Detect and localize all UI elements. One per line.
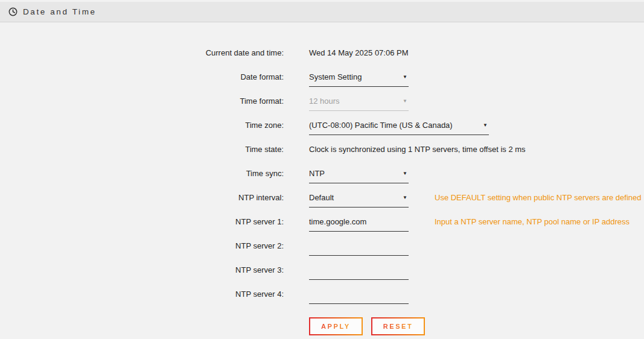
time-zone-select[interactable]: (UTC-08:00) Pacific Time (US & Canada) ▼ (309, 121, 489, 135)
time-format-value: 12 hours (309, 97, 340, 106)
row-time-sync: Time sync: NTP ▼ (0, 161, 644, 185)
ntp-server-1-input[interactable] (309, 217, 409, 232)
time-format-label: Time format: (0, 97, 284, 106)
reset-button-label: RESET (383, 323, 413, 330)
apply-button-label: APPLY (321, 323, 351, 330)
chevron-down-icon: ▼ (403, 195, 409, 200)
row-time-format: Time format: 12 hours ▼ (0, 89, 644, 113)
ntp-server-3-label: NTP server 3: (0, 265, 284, 274)
row-ntp-interval: NTP interval: Default ▼ Use DEFAULT sett… (0, 185, 644, 209)
date-format-value: System Setting (309, 72, 362, 81)
clock-icon (8, 7, 18, 16)
page-header: Date and Time (0, 2, 644, 22)
time-sync-label: Time sync: (0, 169, 284, 178)
ntp-server-2-label: NTP server 2: (0, 241, 284, 250)
form-actions: APPLY RESET (309, 317, 644, 335)
chevron-down-icon: ▼ (403, 98, 409, 104)
ntp-server-1-hint: Input a NTP server name, NTP pool name o… (435, 217, 630, 226)
chevron-down-icon: ▼ (483, 122, 489, 128)
time-sync-value: NTP (309, 169, 325, 178)
time-state-label: Time state: (0, 145, 284, 154)
ntp-server-1-label: NTP server 1: (0, 217, 284, 226)
chevron-down-icon: ▼ (403, 171, 409, 176)
current-date-time-label: Current date and time: (0, 48, 284, 57)
time-format-select: 12 hours ▼ (309, 97, 409, 111)
apply-button[interactable]: APPLY (309, 317, 363, 335)
ntp-interval-value: Default (309, 193, 334, 202)
row-date-format: Date format: System Setting ▼ (0, 65, 644, 89)
row-ntp-server-3: NTP server 3: (0, 258, 644, 282)
page-title: Date and Time (23, 7, 97, 16)
ntp-interval-select[interactable]: Default ▼ (309, 193, 409, 208)
date-format-label: Date format: (0, 72, 284, 81)
row-ntp-server-4: NTP server 4: (0, 282, 644, 306)
row-time-state: Time state: Clock is synchronized using … (0, 137, 644, 161)
row-ntp-server-2: NTP server 2: (0, 233, 644, 258)
date-time-form: Current date and time: Wed 14 May 2025 0… (0, 22, 644, 335)
ntp-server-4-input[interactable] (309, 290, 409, 304)
row-time-zone: Time zone: (UTC-08:00) Pacific Time (US … (0, 113, 644, 137)
ntp-server-3-input[interactable] (309, 265, 409, 280)
ntp-server-2-input[interactable] (309, 241, 409, 256)
time-zone-value: (UTC-08:00) Pacific Time (US & Canada) (309, 121, 453, 130)
ntp-server-4-label: NTP server 4: (0, 290, 284, 299)
time-zone-label: Time zone: (0, 121, 284, 130)
time-state-value: Clock is synchronized using 1 NTP server… (309, 145, 526, 154)
reset-button[interactable]: RESET (371, 317, 426, 335)
date-format-select[interactable]: System Setting ▼ (309, 72, 409, 87)
row-current-date-time: Current date and time: Wed 14 May 2025 0… (0, 40, 644, 65)
current-date-time-value: Wed 14 May 2025 07:06 PM (309, 48, 409, 57)
ntp-interval-label: NTP interval: (0, 193, 284, 202)
chevron-down-icon: ▼ (403, 74, 409, 80)
row-ntp-server-1: NTP server 1: Input a NTP server name, N… (0, 209, 644, 233)
time-sync-select[interactable]: NTP ▼ (309, 169, 409, 183)
ntp-interval-hint: Use DEFAULT setting when public NTP serv… (435, 193, 642, 202)
